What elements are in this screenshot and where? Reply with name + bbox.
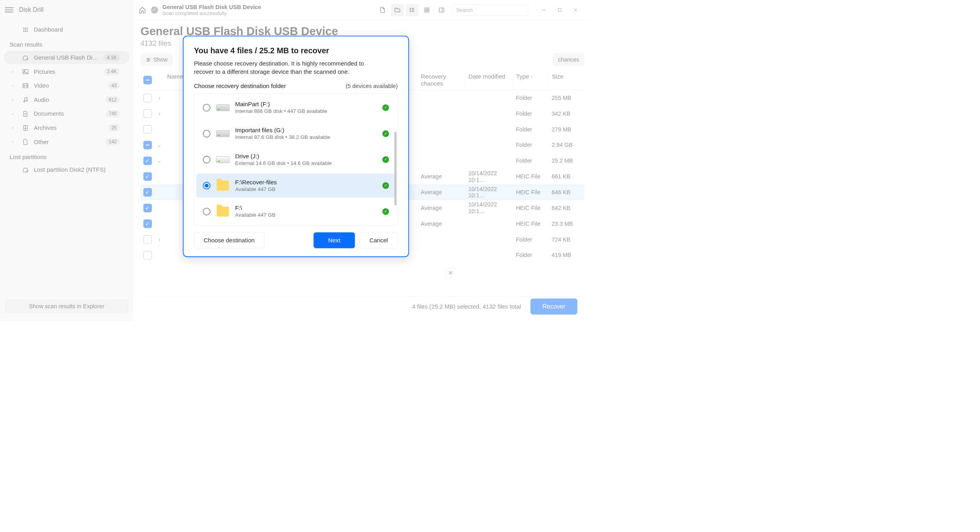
- dialog-devices-count: (5 devices available): [345, 83, 398, 90]
- destination-item[interactable]: F:\Recover-filesAvailable 447 GB✓: [196, 173, 396, 197]
- destination-detail: External 14.6 GB disk • 14.6 GB availabl…: [235, 160, 377, 167]
- destination-detail: Internal 886 GB disk • 447 GB available: [235, 108, 377, 114]
- destination-item[interactable]: Drive (J:)External 14.6 GB disk • 14.6 G…: [196, 148, 396, 172]
- destination-item[interactable]: MainPart (F:)Internal 886 GB disk • 447 …: [196, 96, 396, 120]
- radio-icon[interactable]: [203, 182, 210, 189]
- cancel-button[interactable]: Cancel: [360, 232, 398, 248]
- radio-icon[interactable]: [203, 130, 210, 137]
- dialog-title: You have 4 files / 25.2 MB to recover: [194, 46, 398, 55]
- destination-list[interactable]: MainPart (F:)Internal 886 GB disk • 447 …: [194, 94, 398, 226]
- destination-name: F:\: [235, 205, 377, 212]
- next-button[interactable]: Next: [314, 232, 355, 248]
- check-circle-icon: ✓: [382, 104, 389, 111]
- check-circle-icon: ✓: [382, 156, 389, 163]
- destination-detail: Available 447 GB: [235, 212, 377, 218]
- destination-info: F:\Available 447 GB: [235, 205, 377, 218]
- destination-info: Important files (G:)Internal 97.6 GB dis…: [235, 127, 377, 140]
- destination-detail: Internal 97.6 GB disk • 38.2 GB availabl…: [235, 134, 377, 140]
- destination-name: Important files (G:): [235, 127, 377, 134]
- drive-icon: [216, 104, 230, 111]
- radio-icon[interactable]: [203, 156, 210, 163]
- destination-name: MainPart (F:): [235, 101, 377, 108]
- recover-dialog: You have 4 files / 25.2 MB to recover Pl…: [183, 36, 409, 257]
- dialog-subheading: Choose recovery destination folder: [194, 82, 286, 90]
- check-circle-icon: ✓: [382, 208, 389, 215]
- choose-destination-button[interactable]: Choose destination: [194, 232, 265, 248]
- drive-icon: [216, 130, 230, 137]
- destination-info: F:\Recover-filesAvailable 447 GB: [235, 179, 377, 192]
- check-circle-icon: ✓: [382, 182, 389, 189]
- dialog-description: Please choose recovery destination. It i…: [194, 59, 385, 76]
- folder-icon: [217, 206, 229, 216]
- destination-name: F:\Recover-files: [235, 179, 377, 186]
- drive-icon: [216, 156, 230, 163]
- radio-icon[interactable]: [203, 208, 210, 215]
- destination-item[interactable]: F:\Available 447 GB✓: [196, 199, 396, 223]
- check-circle-icon: ✓: [382, 130, 389, 137]
- destination-name: Drive (J:): [235, 153, 377, 160]
- radio-icon[interactable]: [203, 104, 210, 111]
- destination-info: Drive (J:)External 14.6 GB disk • 14.6 G…: [235, 153, 377, 166]
- modal-overlay: You have 4 files / 25.2 MB to recover Pl…: [0, 0, 592, 321]
- scrollbar-thumb[interactable]: [394, 132, 396, 206]
- dialog-sub-row: Choose recovery destination folder (5 de…: [194, 82, 398, 90]
- folder-icon: [217, 180, 229, 190]
- dialog-buttons: Choose destination Next Cancel: [194, 232, 398, 248]
- destination-item[interactable]: Important files (G:)Internal 97.6 GB dis…: [196, 122, 396, 146]
- destination-detail: Available 447 GB: [235, 186, 377, 192]
- destination-info: MainPart (F:)Internal 886 GB disk • 447 …: [235, 101, 377, 114]
